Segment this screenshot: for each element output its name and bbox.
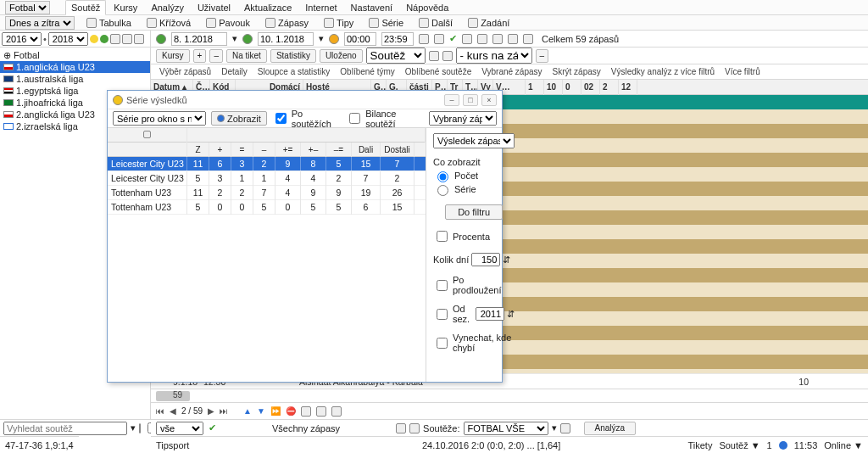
paste-icon[interactable] [134, 34, 144, 44]
col-10[interactable]: 10 [544, 80, 563, 95]
tool3-icon[interactable] [492, 34, 503, 44]
search-find-icon[interactable] [139, 423, 141, 433]
status-online[interactable]: Online ▼ [824, 440, 863, 450]
clock-icon[interactable] [329, 34, 339, 44]
close-button[interactable]: × [481, 94, 497, 106]
col-2[interactable]: 2 [600, 80, 619, 95]
cb-vynechat[interactable]: Vynechat, kde chybí [433, 333, 515, 353]
tree-root[interactable]: ⊕Fotbal [0, 49, 150, 61]
date-from[interactable] [171, 32, 227, 46]
menu-nastavení[interactable]: Nastavení [345, 0, 399, 15]
btn-na-tiket[interactable]: Na tiket [226, 49, 267, 63]
search-go-icon[interactable]: ▾ [131, 422, 136, 433]
dlg-vybrany[interactable]: Vybraný zápas [429, 111, 497, 126]
radio-serie[interactable]: Série [433, 182, 515, 196]
nav-down-icon[interactable]: ▼ [257, 406, 265, 416]
dot-green-icon[interactable] [100, 35, 108, 43]
tool4-icon[interactable] [508, 34, 518, 44]
filter2-icon[interactable] [442, 51, 453, 61]
tool2-icon[interactable] [477, 34, 487, 44]
btn-krizova[interactable]: Křížová [143, 17, 194, 29]
cb-po-soutezich[interactable]: Po soutěžích [272, 109, 341, 129]
h-scrollbar[interactable]: 59 [151, 389, 868, 402]
btn-zapasy[interactable]: Zápasy [262, 17, 312, 29]
btn-tabulka[interactable]: Tabulka [83, 17, 135, 29]
btn-dash[interactable]: – [536, 49, 549, 63]
dlg-row[interactable]: Leicester City U23 Doma531144272 [108, 171, 426, 186]
tool1-icon[interactable] [462, 34, 472, 44]
refresh-icon[interactable] [419, 34, 429, 44]
dlgcol-plus[interactable]: + [209, 143, 231, 157]
dot-yellow-icon[interactable] [90, 35, 98, 43]
menu-analýzy[interactable]: Analýzy [145, 0, 190, 15]
subtab[interactable]: Oblíbené týmy [337, 66, 398, 77]
search-input[interactable] [3, 422, 127, 435]
time-from[interactable] [344, 32, 376, 46]
corner-icon[interactable] [143, 131, 151, 138]
col-0[interactable]: 0 [563, 80, 581, 95]
nav-first-icon[interactable]: ⏮ [156, 406, 164, 416]
dlgcol-dostali[interactable]: Dostali [381, 143, 415, 157]
dlgcol-pe[interactable]: += [275, 143, 301, 157]
date-to[interactable] [258, 32, 314, 46]
dlg-row[interactable]: Tottenham U23 Venku5005055615 [108, 200, 426, 215]
cb-procenta[interactable]: Procenta [433, 228, 515, 244]
subtab[interactable]: Sloupce a statistiky [254, 66, 334, 77]
dlg-vysledek[interactable]: Výsledek zápasu [433, 133, 515, 148]
subtab[interactable]: Výsledky analýz z více filtrů [608, 66, 718, 77]
bb-dd-icon[interactable]: ▾ [552, 422, 557, 433]
bb-icon3[interactable] [560, 423, 570, 433]
menu-soutěž[interactable]: Soutěž [65, 0, 106, 15]
vse-select[interactable]: vše [156, 422, 203, 435]
save-icon[interactable] [434, 34, 444, 44]
filter-icon[interactable] [429, 51, 439, 61]
cb-od-sez[interactable]: Od sez. ⇵ [433, 304, 515, 324]
kolik-input[interactable] [471, 253, 500, 266]
bb-filter-select[interactable]: FOTBAL VŠE [464, 422, 548, 435]
btn-dalsi[interactable]: Další [415, 17, 456, 29]
btn-do-filtru[interactable]: Do filtru [445, 204, 503, 220]
dlg-combo[interactable]: Série pro okno s nabídkou [113, 111, 206, 126]
nav-stop-icon[interactable]: ⛔ [286, 406, 296, 416]
col-12[interactable]: 12 [619, 80, 637, 95]
check-icon[interactable]: ✔ [449, 33, 457, 44]
btn-serie[interactable]: Série [365, 17, 407, 29]
menu-aktualizace[interactable]: Aktualizace [238, 0, 298, 15]
dlg-row[interactable]: Tottenham U23112274991926 [108, 186, 426, 200]
od-sez-spinner-icon[interactable]: ⇵ [507, 309, 515, 320]
subtab[interactable]: Výběr zápasů [156, 66, 214, 77]
nav-export-icon[interactable] [331, 406, 342, 417]
col-02[interactable]: 02 [581, 80, 600, 95]
period-select[interactable]: Dnes a zítra [5, 16, 75, 30]
dlgcol-em[interactable]: –= [326, 143, 352, 157]
year-to[interactable]: 2018 [48, 32, 88, 46]
btn-statistiky[interactable]: Statistiky [270, 49, 316, 63]
date-to-picker-icon[interactable]: ▾ [319, 33, 324, 44]
nav-grid-icon[interactable] [301, 406, 311, 417]
bb-check-icon[interactable]: ✔ [209, 422, 216, 433]
maximize-button[interactable]: □ [463, 94, 478, 106]
btn-plus[interactable]: + [193, 49, 207, 63]
tree-item[interactable]: 1.australská liga [0, 73, 150, 85]
year-from[interactable]: 2016 [2, 32, 42, 46]
col-1[interactable]: 1 [526, 80, 544, 95]
copy-icon[interactable] [122, 34, 132, 44]
tree-item[interactable]: 1.anglická liga U23 [0, 61, 150, 73]
btn-kursy[interactable]: Kursy [156, 49, 190, 63]
nav-up-icon[interactable]: ▲ [243, 406, 252, 416]
nav-prev-icon[interactable]: ◀ [170, 406, 176, 416]
nav-ff-icon[interactable]: ⏩ [270, 406, 281, 416]
menu-kursy[interactable]: Kursy [108, 0, 143, 15]
nav-last-icon[interactable]: ⏭ [220, 406, 228, 416]
bb-icon2[interactable] [409, 423, 420, 433]
subtab[interactable]: Oblíbené soutěže [402, 66, 475, 77]
subtab[interactable]: Vybrané zápasy [478, 66, 545, 77]
sport-select[interactable]: Fotbal [5, 1, 50, 14]
next-icon[interactable] [242, 34, 253, 44]
sync-icon[interactable] [110, 34, 120, 44]
date-from-picker-icon[interactable]: ▾ [232, 33, 237, 44]
btn-ulozeno[interactable]: Uloženo [320, 49, 363, 63]
menu-nápověda[interactable]: Nápověda [400, 0, 454, 15]
od-sez-input[interactable] [476, 307, 504, 321]
menu-uživatel[interactable]: Uživatel [192, 0, 236, 15]
